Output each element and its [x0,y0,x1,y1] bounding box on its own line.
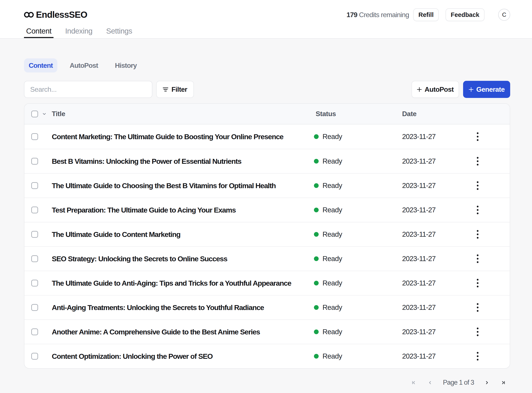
filter-icon [163,87,168,92]
row-status: Ready [314,182,402,190]
table-header: Title Status Date [24,104,510,124]
row-checkbox[interactable] [31,206,38,213]
status-label: Ready [323,182,342,190]
status-dot-icon [314,281,319,285]
row-title: Anti-Aging Treatments: Unlocking the Sec… [52,303,314,312]
kebab-menu-icon[interactable] [477,132,479,141]
next-page-button[interactable] [480,376,494,389]
row-date: 2023-11-27 [402,157,464,165]
status-label: Ready [323,157,342,165]
table-row: The Ultimate Guide to Choosing the Best … [24,173,510,197]
search-input[interactable] [24,81,152,98]
page-indicator: Page 1 of 3 [443,379,474,386]
plus-icon [469,87,474,92]
table-row: Best B Vitamins: Unlocking the Power of … [24,149,510,173]
filter-label: Filter [171,86,187,93]
column-header-title: Title [52,110,314,118]
kebab-menu-icon[interactable] [477,206,479,214]
tab-settings[interactable]: Settings [104,27,134,38]
main-tabs: Content Indexing Settings [24,27,510,38]
table-row: Content Marketing: The Ultimate Guide to… [24,124,510,149]
status-label: Ready [323,255,342,263]
row-title: The Ultimate Guide to Anti-Aging: Tips a… [52,279,314,287]
autopost-label: AutoPost [425,86,454,93]
kebab-menu-icon[interactable] [477,279,479,288]
status-dot-icon [314,329,319,334]
subtab-history[interactable]: History [110,58,141,73]
kebab-menu-icon[interactable] [477,230,479,239]
column-header-status: Status [314,110,402,118]
kebab-menu-icon[interactable] [477,157,479,166]
select-all-checkbox[interactable] [31,111,38,117]
kebab-menu-icon[interactable] [477,254,479,263]
previous-page-button[interactable] [423,376,437,389]
row-checkbox[interactable] [31,329,38,335]
row-checkbox[interactable] [31,182,38,189]
row-status: Ready [314,255,402,263]
row-checkbox[interactable] [31,158,38,165]
credits-label: Credits remaining [359,11,409,19]
row-checkbox[interactable] [31,255,38,262]
status-dot-icon [314,256,319,261]
row-checkbox[interactable] [31,304,38,311]
first-page-button[interactable] [407,376,421,389]
row-date: 2023-11-27 [402,255,464,263]
generate-button[interactable]: Generate [463,81,510,98]
row-checkbox[interactable] [31,133,38,140]
status-dot-icon [314,232,319,237]
row-title: Content Optimization: Unlocking the Powe… [52,352,314,360]
status-dot-icon [314,305,319,310]
sub-tabs: Content AutoPost History [24,58,510,73]
kebab-menu-icon[interactable] [477,181,479,190]
last-page-button[interactable] [497,376,510,389]
avatar[interactable]: C [498,9,510,21]
row-title: Content Marketing: The Ultimate Guide to… [52,133,314,141]
credits-value: 179 [347,11,357,19]
brand-title: EndlessSEO [36,10,87,20]
status-label: Ready [323,352,342,360]
autopost-button[interactable]: AutoPost [412,81,459,98]
chevron-down-icon[interactable] [42,112,47,116]
table-row: Test Preparation: The Ultimate Guide to … [24,197,510,222]
row-title: SEO Strategy: Unlocking the Secrets to O… [52,255,314,263]
row-status: Ready [314,157,402,165]
status-dot-icon [314,134,319,139]
row-title: The Ultimate Guide to Content Marketing [52,230,314,239]
status-label: Ready [323,230,342,238]
table-row: The Ultimate Guide to Anti-Aging: Tips a… [24,271,510,295]
refill-button[interactable]: Refill [413,8,439,21]
row-status: Ready [314,206,402,214]
row-checkbox[interactable] [31,231,38,238]
status-dot-icon [314,354,319,359]
row-status: Ready [314,279,402,287]
plus-icon [417,87,422,92]
status-dot-icon [314,159,319,164]
row-date: 2023-11-27 [402,328,464,336]
brand: EndlessSEO [24,10,87,20]
column-header-date: Date [402,110,464,118]
app-header: EndlessSEO 179 Credits remaining Refill … [0,0,532,39]
row-checkbox[interactable] [31,353,38,360]
subtab-content[interactable]: Content [24,58,57,73]
row-checkbox[interactable] [31,280,38,286]
status-label: Ready [323,206,342,214]
tab-indexing[interactable]: Indexing [63,27,94,38]
table-row: The Ultimate Guide to Content Marketing … [24,222,510,246]
table-row: Content Optimization: Unlocking the Powe… [24,344,510,368]
row-date: 2023-11-27 [402,352,464,360]
kebab-menu-icon[interactable] [477,327,479,336]
status-label: Ready [323,303,342,312]
filter-button[interactable]: Filter [156,81,194,98]
infinity-logo-icon [24,12,34,18]
tab-content[interactable]: Content [24,27,54,38]
row-title: Best B Vitamins: Unlocking the Power of … [52,157,314,166]
row-title: Test Preparation: The Ultimate Guide to … [52,206,314,214]
row-status: Ready [314,230,402,238]
row-date: 2023-11-27 [402,182,464,190]
row-date: 2023-11-27 [402,230,464,238]
kebab-menu-icon[interactable] [477,303,479,312]
kebab-menu-icon[interactable] [477,352,479,361]
feedback-button[interactable]: Feedback [446,8,484,21]
subtab-autopost[interactable]: AutoPost [65,58,103,73]
status-label: Ready [323,279,342,287]
